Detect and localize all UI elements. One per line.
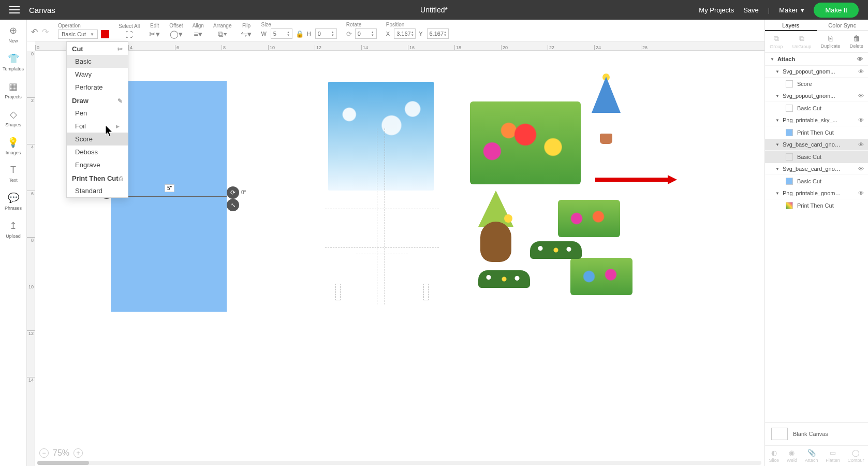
visibility-icon[interactable]: 👁 — [858, 166, 864, 172]
width-label: W — [261, 31, 266, 37]
height-label: H — [307, 31, 311, 37]
selection-degree-label: 0° — [241, 190, 246, 195]
slice-button[interactable]: ◐Slice — [769, 449, 779, 463]
group-button[interactable]: ⧉Group — [770, 34, 783, 49]
sidebar-item-shapes[interactable]: ◇Shapes — [5, 109, 21, 127]
attach-button[interactable]: 📎Attach — [805, 449, 818, 463]
layer-item[interactable]: ▼Png_printable_gnome...👁 — [765, 187, 868, 199]
undo-button[interactable]: ↶ — [31, 27, 38, 37]
visibility-icon[interactable]: 👁 — [858, 117, 864, 123]
ruler-horizontal: 0 2 4 6 8 10 12 14 16 18 20 22 24 26 — [35, 41, 764, 51]
color-swatch[interactable] — [101, 30, 109, 38]
operation-select[interactable]: Basic Cut ▼ — [58, 30, 98, 39]
canvas-object-flowers-small-1[interactable] — [558, 200, 620, 237]
layer-item[interactable]: ▼Svg_popout_gnom...👁 — [765, 90, 868, 102]
layer-sub-selected[interactable]: Basic Cut — [765, 151, 868, 163]
op-menu-score[interactable]: Score — [67, 133, 128, 145]
op-menu-foil[interactable]: Foil▶ — [67, 120, 128, 133]
visibility-icon[interactable]: 👁 — [858, 93, 864, 99]
operation-group: Operation Basic Cut ▼ — [58, 23, 109, 39]
visibility-icon[interactable]: 👁 — [858, 190, 864, 196]
duplicate-button[interactable]: ⎘Duplicate — [821, 34, 841, 49]
layer-group-attach[interactable]: ▼ Attach 👁 — [765, 53, 868, 66]
visibility-icon[interactable]: 👁 — [858, 141, 864, 148]
my-projects-link[interactable]: My Projects — [699, 6, 734, 14]
contour-label: Contour — [848, 458, 864, 463]
lock-icon[interactable]: 🔒 — [296, 30, 304, 38]
layer-sub[interactable]: Score — [765, 78, 868, 90]
op-menu-pen[interactable]: Pen — [67, 107, 128, 120]
flip-button[interactable]: Flip⇋▾ — [241, 23, 252, 39]
width-input[interactable]: 5▲▼ — [271, 28, 292, 39]
edit-button[interactable]: Edit✂︎▾ — [149, 23, 160, 39]
blank-canvas-row[interactable]: Blank Canvas — [765, 422, 868, 445]
layer-item[interactable]: ▼Svg_popout_gnom...👁 — [765, 66, 868, 78]
sidebar-item-text[interactable]: TText — [9, 165, 18, 183]
layer-item-selected[interactable]: ▼Svg_base_card_gnom...👁 — [765, 139, 868, 151]
rotate-input[interactable]: 0▲▼ — [355, 28, 377, 39]
machine-selector[interactable]: Maker ▾ — [779, 6, 804, 14]
layer-sub[interactable]: Basic Cut — [765, 102, 868, 114]
canvas-object-bush-1[interactable] — [530, 241, 582, 259]
arrange-button[interactable]: Arrange⧉▾ — [213, 23, 232, 39]
tab-layers[interactable]: Layers — [765, 20, 817, 31]
layer-item[interactable]: ▼Svg_base_card_gnom...👁 — [765, 163, 868, 175]
horizontal-scrollbar[interactable] — [37, 461, 761, 465]
visibility-icon[interactable]: 👁 — [857, 56, 863, 62]
zoom-value: 75% — [53, 448, 69, 458]
op-menu-standard[interactable]: Standard — [67, 184, 128, 197]
delete-button[interactable]: 🗑Delete — [850, 34, 863, 49]
tab-color-sync[interactable]: Color Sync — [817, 20, 869, 31]
layer-sub[interactable]: Print Then Cut — [765, 199, 868, 212]
rotate-handle[interactable]: ⟳ — [227, 186, 239, 199]
x-input[interactable]: 3.167▲▼ — [394, 28, 416, 39]
layer-sub[interactable]: Basic Cut — [765, 175, 868, 187]
menu-icon[interactable] — [9, 6, 20, 13]
ruler-tick: 22 — [548, 45, 594, 50]
resize-handle[interactable]: ⤡ — [227, 199, 239, 211]
redo-button[interactable]: ↷ — [42, 27, 49, 37]
layer-item[interactable]: ▼Png_printable_sky_...👁 — [765, 114, 868, 126]
select-all-button[interactable]: Select All⛶ — [119, 23, 140, 39]
sidebar-item-phrases[interactable]: 💬Phrases — [5, 192, 22, 211]
canvas-area[interactable]: ✕ ⟳ ⤡ 5" 0° — [35, 51, 764, 466]
op-menu-engrave[interactable]: Engrave — [67, 158, 128, 171]
ungroup-label: UnGroup — [792, 44, 812, 49]
make-it-button[interactable]: Make It — [814, 3, 859, 18]
visibility-icon[interactable]: 👁 — [858, 68, 864, 75]
templates-icon: 👕 — [8, 53, 19, 64]
zoom-in-button[interactable]: + — [73, 448, 83, 458]
flatten-button[interactable]: ▭Flatten — [826, 449, 840, 463]
sidebar-item-templates[interactable]: 👕Templates — [3, 53, 24, 71]
op-menu-wavy[interactable]: Wavy — [67, 68, 128, 81]
canvas-object-foldlines[interactable] — [325, 128, 439, 304]
plus-icon: ⊕ — [9, 25, 17, 36]
zoom-out-button[interactable]: − — [39, 448, 49, 458]
op-menu-basic[interactable]: Basic — [67, 55, 128, 68]
contour-button[interactable]: ◯Contour — [848, 449, 864, 463]
scrollbar-thumb[interactable] — [37, 461, 89, 465]
op-menu-perforate[interactable]: Perforate — [67, 81, 128, 94]
ungroup-icon: ⧉ — [799, 34, 804, 43]
canvas-object-bush-2[interactable] — [478, 270, 530, 288]
layer-name: Svg_base_card_gnom... — [783, 141, 843, 148]
y-input[interactable]: 6.167▲▼ — [427, 28, 449, 39]
canvas-object-flowers-small-2[interactable] — [570, 258, 632, 295]
op-menu-deboss[interactable]: Deboss — [67, 145, 128, 158]
height-input[interactable]: 0▲▼ — [315, 28, 337, 39]
sidebar-item-projects[interactable]: ▦Projects — [5, 81, 22, 99]
y-value: 6.167 — [430, 31, 444, 37]
canvas-object-gnome-green[interactable] — [470, 191, 522, 268]
canvas-object-gnome-blue[interactable] — [586, 77, 626, 149]
operation-value: Basic Cut — [62, 31, 86, 37]
save-button[interactable]: Save — [743, 6, 759, 14]
align-button[interactable]: Align≡▾ — [193, 23, 204, 39]
sidebar-item-images[interactable]: 💡Images — [6, 137, 21, 155]
sidebar-item-new[interactable]: ⊕New — [8, 25, 18, 43]
ungroup-button[interactable]: ⧉UnGroup — [792, 34, 812, 49]
weld-button[interactable]: ◉Weld — [787, 449, 797, 463]
layer-sub[interactable]: Print Then Cut — [765, 126, 868, 139]
duplicate-label: Duplicate — [821, 43, 841, 49]
canvas-object-flowers-large[interactable] — [470, 101, 581, 184]
sidebar-item-upload[interactable]: ↥Upload — [6, 220, 21, 239]
